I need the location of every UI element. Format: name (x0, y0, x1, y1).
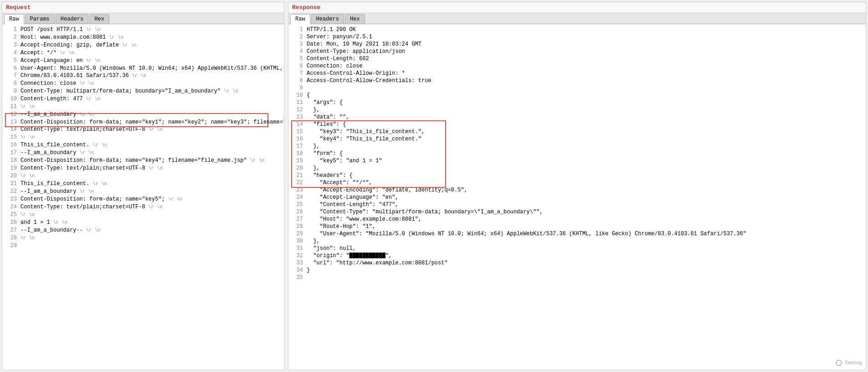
line-text: "key5": "and 1 = 1" (307, 157, 862, 165)
tab-hex-request[interactable]: Hex (89, 14, 109, 24)
tab-headers-response[interactable]: Headers (311, 14, 344, 24)
line-text: }, (307, 106, 862, 114)
line-text: "Host": "www.example.com:8081", (307, 216, 862, 223)
response-line: 35 (292, 274, 862, 281)
response-line: 33 "url": "http://www.example.com:8081/p… (292, 259, 862, 267)
response-line: 11 "args": { (292, 99, 862, 106)
line-number: 22 (292, 179, 303, 186)
line-number: 29 (292, 230, 303, 238)
line-text: "data": "", (307, 114, 862, 121)
line-number: 13 (6, 119, 17, 126)
response-line: 21 "headers": { (292, 172, 862, 179)
line-number: 28 (6, 234, 17, 242)
line-number: 1 (6, 26, 17, 33)
line-number: 7 (292, 70, 303, 77)
line-text: Date: Mon, 10 May 2021 10:03:24 GMT (307, 41, 862, 48)
line-number: 17 (292, 143, 303, 150)
line-number: 5 (6, 57, 17, 64)
request-line: 28\r \n (6, 234, 280, 242)
line-text: HTTP/1.1 200 OK (307, 26, 862, 33)
response-line: 9 (292, 84, 862, 92)
request-line: 26and 1 = 1 \r \n (6, 219, 280, 227)
response-content: 1HTTP/1.1 200 OK2Server: panyun/2.5.13Da… (288, 24, 866, 370)
line-text: --I_am_a_boundary \s \n (21, 111, 280, 119)
line-text: \r \n (21, 134, 280, 141)
line-number: 33 (292, 259, 303, 267)
request-line: 10Content-Length: 477 \r \n (6, 95, 280, 103)
line-text: "headers": { (307, 172, 862, 179)
line-number: 26 (292, 208, 303, 216)
line-text: "Accept-Encoding": "deflate, identity;q=… (307, 186, 862, 194)
line-number: 1 (292, 26, 303, 33)
line-text: \r \n (21, 234, 280, 242)
response-tabs: Raw Headers Hex (288, 13, 866, 24)
request-line: 5Accept-Language: en \r \n (6, 57, 280, 65)
line-number: 16 (292, 135, 303, 143)
response-header: Response (288, 2, 866, 13)
response-lines: 1HTTP/1.1 200 OK2Server: panyun/2.5.13Da… (292, 26, 862, 281)
line-number: 34 (292, 267, 303, 274)
line-text: Content-Length: 682 (307, 55, 862, 62)
line-number: 19 (292, 157, 303, 165)
response-line: 1HTTP/1.1 200 OK (292, 26, 862, 33)
line-number: 26 (6, 219, 17, 226)
request-line: 2Host: www.example.com:8081 \r \n (6, 34, 280, 41)
line-number: 14 (6, 126, 17, 133)
tab-headers-request[interactable]: Headers (56, 14, 88, 24)
response-line: 29 "User-Agent": "Mozilla/5.0 (Windows N… (292, 230, 862, 238)
tab-raw-request[interactable]: Raw (4, 14, 24, 24)
line-text: "json": null, (307, 245, 862, 252)
request-line: 20\r \n (6, 172, 280, 180)
line-number: 29 (6, 242, 17, 249)
line-number: 25 (6, 211, 17, 218)
request-panel: Request Raw Params Headers Hex 1POST /po… (2, 2, 284, 370)
response-line: 30 }, (292, 238, 862, 245)
line-text: "args": { (307, 99, 862, 106)
response-line: 32 "origin": "███████████", (292, 252, 862, 259)
request-line: 24Content-Type: text/plain;charset=UTF-8… (6, 203, 280, 211)
line-number: 19 (6, 165, 17, 172)
request-line: 29 (6, 242, 280, 249)
response-line: 26 "Content-Type": "multipart/form-data;… (292, 208, 862, 216)
line-text: { (307, 92, 862, 99)
tab-params-request[interactable]: Params (25, 14, 55, 24)
tab-hex-response[interactable]: Hex (345, 14, 365, 24)
line-text: Server: panyun/2.5.1 (307, 33, 862, 41)
line-number: 10 (292, 92, 303, 99)
response-line: 17 }, (292, 143, 862, 150)
line-number: 15 (292, 128, 303, 135)
line-number: 30 (292, 238, 303, 245)
line-text: Content-Disposition: form-data; name="ke… (21, 196, 280, 203)
request-line: 17--I_am_a_boundary \r \n (6, 149, 280, 157)
line-text: "Content-Type": "multipart/form-data; bo… (307, 208, 862, 216)
line-number: 24 (292, 194, 303, 201)
line-text: This_is_file_content. \r \n (21, 180, 280, 188)
line-text: Content-Disposition: form-data; name="ke… (21, 157, 280, 165)
request-content: 1POST /post HTTP/1.1 \r \n2Host: www.exa… (2, 24, 284, 370)
line-text: \r \n (21, 172, 280, 180)
tab-raw-response[interactable]: Raw (290, 14, 310, 24)
line-text: Content-Type: text/plain;charset=UTF-8 \… (21, 165, 280, 172)
line-text: --I_am_a_boundary-- \r \n (21, 227, 280, 234)
line-number: 28 (292, 223, 303, 230)
line-text: Host: www.example.com:8081 \r \n (21, 34, 280, 41)
line-text: Content-Type: text/plain;charset=UTF-8 \… (21, 126, 280, 134)
response-line: 4Content-Type: application/json (292, 48, 862, 55)
line-text: Content-Disposition: form-data; name="ke… (21, 119, 284, 126)
request-line: 4Accept: */* \r \n (6, 49, 280, 57)
request-line: 27--I_am_a_boundary-- \r \n (6, 227, 280, 234)
response-line: 28 "Route-Hop": "1", (292, 223, 862, 230)
line-number: 23 (6, 196, 17, 203)
line-number: 12 (292, 106, 303, 114)
line-text: \r \n (21, 103, 280, 111)
response-line: 13 "data": "", (292, 114, 862, 121)
line-text: This_is_file_content. \r \n (21, 141, 280, 149)
line-number: 4 (292, 48, 303, 55)
line-number: 3 (6, 41, 17, 49)
line-number: 18 (6, 157, 17, 164)
line-text: Connection: close (307, 62, 862, 70)
line-number: 20 (6, 172, 17, 180)
request-line: 1POST /post HTTP/1.1 \r \n (6, 26, 280, 34)
response-panel: Response Raw Headers Hex 1HTTP/1.1 200 O… (288, 2, 866, 370)
line-text: Accept-Language: en \r \n (21, 57, 280, 65)
